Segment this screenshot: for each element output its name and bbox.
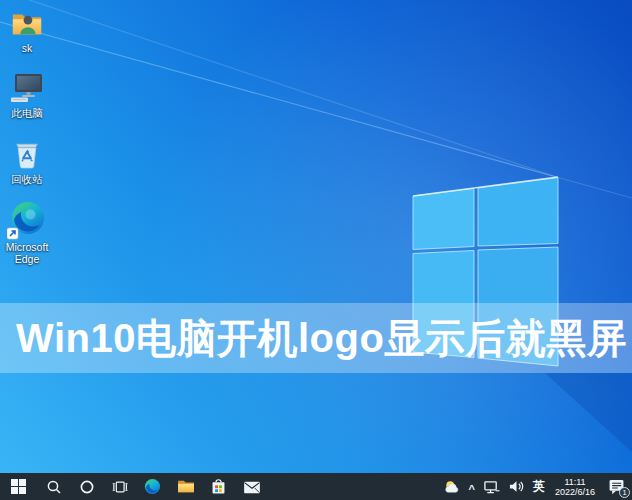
desktop-icon-this-pc[interactable]: 此电脑 [0,71,59,119]
file-explorer-button[interactable] [169,473,202,500]
show-hidden-icons-button[interactable]: ^ [469,481,475,493]
cortana-button[interactable] [70,473,103,500]
this-pc-icon [9,71,45,105]
volume-button[interactable] [508,479,525,494]
desktop-icon-microsoft-edge[interactable]: Microsoft Edge [0,201,59,265]
tray-date: 2022/6/16 [555,487,595,497]
weather-widget[interactable] [443,479,461,495]
desktop-icon-recycle-bin[interactable]: 回收站 [0,137,59,185]
file-explorer-icon [177,479,195,494]
desktop-icon-label: 回收站 [11,173,43,185]
edge-icon [143,477,162,496]
notification-badge: 1 [619,487,630,498]
headline-banner: Win10电脑开机logo显示后就黑屏 [0,303,632,373]
task-view-button[interactable] [103,473,136,500]
windows-desktop: sk 此电脑 [0,0,632,500]
desktop-icon-label: 此电脑 [11,107,43,119]
microsoft-store-button[interactable] [202,473,235,500]
edge-taskbar-button[interactable] [136,473,169,500]
system-tray: ^ 英 11:11 2022/6/16 [443,473,632,500]
mail-button[interactable] [235,473,268,500]
ime-indicator[interactable]: 英 [533,478,545,495]
start-button[interactable] [0,473,37,500]
desktop-icon-label: sk [22,42,33,54]
taskbar: ^ 英 11:11 2022/6/16 [0,473,632,500]
cortana-icon [79,479,95,495]
network-status-button[interactable] [483,479,500,495]
chevron-up-icon: ^ [469,483,475,495]
desktop-wallpaper [0,0,632,500]
clock[interactable]: 11:11 2022/6/16 [553,477,597,497]
partly-cloudy-icon [443,479,461,495]
headline-text: Win10电脑开机logo显示后就黑屏 [16,311,627,366]
mail-icon [243,480,261,494]
desktop-icon-label: Microsoft Edge [0,241,58,265]
ime-language-label: 英 [533,478,545,495]
desktop-icon-user-folder[interactable]: sk [0,6,59,54]
action-center-button[interactable]: 1 [605,476,627,498]
recycle-bin-icon [13,137,41,171]
taskbar-buttons [0,473,268,500]
speaker-icon [508,479,525,494]
tray-time: 11:11 [564,477,585,487]
wired-network-icon [483,479,500,495]
windows-start-icon [11,479,26,494]
search-icon [46,479,62,495]
search-button[interactable] [37,473,70,500]
microsoft-store-icon [210,478,227,496]
user-folder-icon [10,6,44,40]
task-view-icon [111,479,129,495]
edge-icon [7,201,47,239]
